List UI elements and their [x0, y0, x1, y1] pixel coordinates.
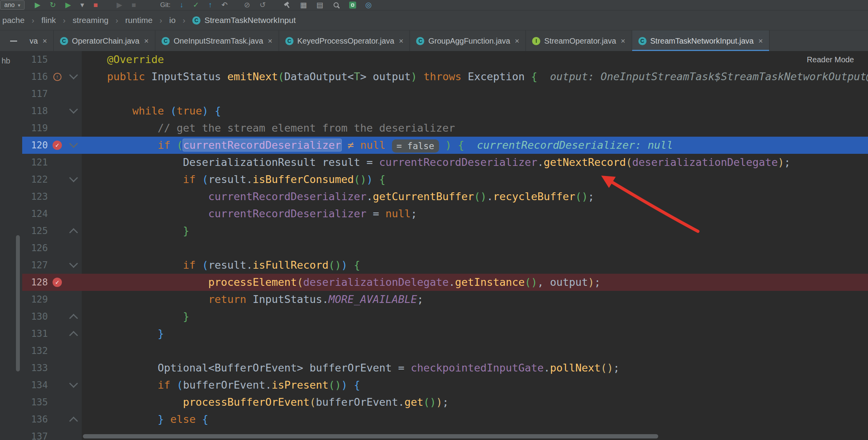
fold-slot	[67, 74, 81, 80]
code-line-119[interactable]: 119 // get the stream element from the d…	[22, 120, 868, 137]
code-line-123[interactable]: 123 currentRecordDeserializer.getCurrent…	[22, 188, 868, 205]
code-text: }	[82, 308, 868, 325]
tab-label: StreamTaskNetworkInput.java	[650, 37, 754, 46]
tab-OneInputStreamTask.java[interactable]: COneInputStreamTask.java×	[155, 30, 279, 51]
code-line-124[interactable]: 124 currentRecordDeserializer = null;	[22, 205, 868, 222]
breadcrumb-item-streaming[interactable]: streaming	[73, 16, 109, 25]
stop-icon[interactable]: ■	[93, 0, 98, 10]
code-line-130[interactable]: 130 }	[22, 308, 868, 325]
tab-close-icon[interactable]: ×	[42, 37, 47, 46]
tab-StreamOperator.java[interactable]: IStreamOperator.java×	[526, 30, 632, 51]
code-editor[interactable]: 115 @Override116↑ public InputStatus emi…	[22, 51, 868, 440]
override-marker-icon[interactable]: ↑	[53, 73, 61, 81]
code-line-129[interactable]: 129 return InputStatus.MORE_AVAILABLE;	[22, 291, 868, 308]
run-config-selector[interactable]: ano ▾	[0, 0, 25, 10]
tab-close-icon[interactable]: ×	[144, 37, 149, 46]
fold-up-icon[interactable]	[69, 417, 78, 426]
breakpoint-icon[interactable]: ✓	[53, 141, 62, 150]
code-line-117[interactable]: 117	[22, 85, 868, 102]
gutter: 126	[22, 239, 82, 257]
run-config-name: ano	[4, 2, 15, 9]
run-icon[interactable]: ▶	[35, 0, 40, 10]
fold-down-icon[interactable]	[69, 173, 78, 182]
tab-close-icon[interactable]: ×	[268, 37, 272, 46]
code-line-122[interactable]: 122 if (result.isBufferConsumed()) {	[22, 171, 868, 188]
tool-window-button[interactable]: hb	[2, 56, 10, 65]
code-text: processBufferOrEvent(bufferOrEvent.get()…	[82, 394, 868, 411]
breadcrumb-item-flink[interactable]: flink	[41, 16, 56, 25]
project-structure-icon[interactable]: ▦	[300, 0, 307, 10]
code-line-128[interactable]: 128✓ processElement(deserializationDeleg…	[22, 274, 868, 291]
fold-up-icon[interactable]	[69, 331, 78, 340]
fold-down-icon[interactable]	[69, 139, 78, 148]
settings-compass-icon[interactable]: ◎	[365, 0, 372, 10]
minimize-icon[interactable]	[10, 40, 17, 42]
line-number: 125	[22, 222, 48, 239]
disabled-run-icon[interactable]: ▶	[116, 0, 122, 10]
code-line-133[interactable]: 133 Optional<BufferOrEvent> bufferOrEven…	[22, 359, 868, 377]
code-line-115[interactable]: 115 @Override	[22, 51, 868, 68]
run-coverage-icon[interactable]: ▶	[65, 0, 71, 10]
more-run-options-chevron-icon[interactable]: ▾	[80, 0, 84, 10]
fold-down-icon[interactable]	[69, 105, 78, 114]
fold-up-icon[interactable]	[69, 314, 78, 323]
breakpoint-icon[interactable]: ✓	[53, 278, 62, 287]
fold-up-icon[interactable]	[69, 228, 78, 237]
tab-close-icon[interactable]: ×	[758, 37, 763, 46]
diff-icon[interactable]: ⊘	[244, 0, 250, 10]
tab-close-icon[interactable]: ×	[621, 37, 626, 46]
code-line-134[interactable]: 134 if (bufferOrEvent.isPresent()) {	[22, 377, 868, 394]
horizontal-scrollbar[interactable]	[83, 434, 658, 438]
code-line-135[interactable]: 135 processBufferOrEvent(bufferOrEvent.g…	[22, 394, 868, 411]
gutter-icon-slot: ✓	[48, 278, 67, 287]
code-line-127[interactable]: 127 if (result.isFullRecord()) {	[22, 257, 868, 274]
chevron-down-icon: ▾	[18, 2, 21, 8]
gutter: 115	[22, 51, 82, 68]
git-update-icon[interactable]: ↓	[180, 0, 184, 10]
tab-va[interactable]: va×	[23, 30, 54, 51]
breadcrumb-current[interactable]: StreamTaskNetworkInput	[204, 16, 296, 25]
code-line-116[interactable]: 116↑ public InputStatus emitNext(DataOut…	[22, 68, 868, 85]
code-line-118[interactable]: 118 while (true) {	[22, 102, 868, 120]
gutter: 137	[22, 428, 82, 440]
fold-slot	[67, 416, 81, 422]
fold-down-icon[interactable]	[69, 70, 78, 79]
build-hammer-icon[interactable]	[284, 2, 291, 9]
tab-close-icon[interactable]: ×	[515, 37, 520, 46]
breadcrumb-item-io[interactable]: io	[169, 16, 176, 25]
tab-GroupAggFunction.java[interactable]: CGroupAggFunction.java×	[410, 30, 526, 51]
tool-windows-icon[interactable]: ▤	[316, 0, 323, 10]
breadcrumb-item-pache[interactable]: pache	[2, 16, 25, 25]
code-line-121[interactable]: 121 DeserializationResult result = curre…	[22, 154, 868, 171]
search-everywhere-icon[interactable]	[333, 2, 340, 9]
left-strip-scrollbar[interactable]	[16, 235, 20, 371]
rerun-icon[interactable]: ↻	[50, 0, 56, 10]
tab-close-icon[interactable]: ×	[399, 37, 404, 46]
class-icon: C	[162, 37, 170, 45]
code-line-136[interactable]: 136 } else {	[22, 411, 868, 428]
disabled-stop-icon[interactable]: ■	[132, 0, 136, 10]
code-line-126[interactable]: 126	[22, 239, 868, 257]
tab-KeyedProcessOperator.java[interactable]: CKeyedProcessOperator.java×	[279, 30, 410, 51]
reader-mode-badge[interactable]: Reader Mode	[807, 55, 854, 64]
git-push-icon[interactable]: ↑	[208, 0, 212, 10]
tab-OperatorChain.java[interactable]: COperatorChain.java×	[54, 30, 155, 51]
tab-StreamTaskNetworkInput.java[interactable]: CStreamTaskNetworkInput.java×	[632, 30, 770, 51]
run-anything-icon[interactable]	[349, 2, 356, 9]
git-commit-icon[interactable]: ✓	[193, 0, 199, 10]
line-number: 131	[22, 325, 48, 342]
breadcrumb-item-runtime[interactable]: runtime	[125, 16, 153, 25]
code-line-125[interactable]: 125 }	[22, 222, 868, 239]
fold-down-icon[interactable]	[69, 379, 78, 388]
code-line-132[interactable]: 132	[22, 342, 868, 359]
code-text: return InputStatus.MORE_AVAILABLE;	[82, 291, 868, 308]
main-toolbar: ano ▾ ▶↻▶▾■ ▶■ Git: ↓✓↑↶ ⊘↺ ▦▤◎	[0, 0, 868, 11]
code-line-120[interactable]: 120✓ if (currentRecordDeserializer ≠ nul…	[22, 137, 868, 154]
undo-icon[interactable]: ↺	[260, 0, 266, 10]
git-rollback-icon[interactable]: ↶	[221, 0, 228, 10]
code-area: 115 @Override116↑ public InputStatus emi…	[22, 51, 868, 440]
code-text: // get the stream element from the deser…	[82, 120, 868, 137]
code-line-131[interactable]: 131 }	[22, 325, 868, 342]
fold-down-icon[interactable]	[69, 259, 78, 268]
line-number: 115	[22, 51, 48, 68]
